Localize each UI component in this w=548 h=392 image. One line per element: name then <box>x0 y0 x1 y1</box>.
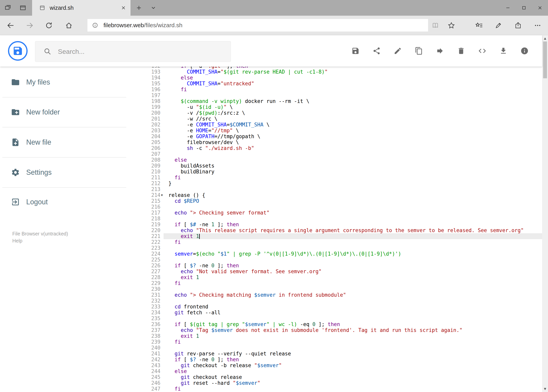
code-line-241[interactable]: 241 git rev-parse --verify --quiet relea… <box>147 351 542 357</box>
switch-editor-button[interactable] <box>472 35 493 67</box>
code-line-207[interactable]: 207 <box>147 151 542 157</box>
sidebar-item-settings[interactable]: Settings <box>0 163 147 182</box>
address-bar[interactable]: filebrowser.web/files/wizard.sh <box>87 19 428 32</box>
home-button[interactable] <box>65 21 73 29</box>
close-window-button[interactable] <box>532 0 548 16</box>
sidebar-item-new-file[interactable]: New file <box>0 133 147 151</box>
code-line-210[interactable]: 210 buildBinary <box>147 169 542 175</box>
move-button[interactable] <box>430 35 451 67</box>
code-line-238[interactable]: 238 exit 1 <box>147 333 542 339</box>
code-line-221[interactable]: 221 exit 1 <box>147 233 542 239</box>
code-line-224[interactable]: 224 semver=$(echo "$1" | grep -P '^v(0|[… <box>147 251 542 257</box>
page-scrollbar[interactable]: ▲ ▼ <box>542 35 548 392</box>
scrollbar-down-arrow-icon[interactable]: ▼ <box>542 386 548 392</box>
scrollbar-thumb[interactable] <box>543 42 547 78</box>
code-line-202[interactable]: 202 -e COMMIT_SHA=$COMMIT_SHA \ <box>147 122 542 128</box>
code-line-216[interactable]: 216 <box>147 204 542 210</box>
share-page-icon[interactable] <box>514 21 522 29</box>
code-line-200[interactable]: 200 -v /$(pwd):/src:z \ <box>147 110 542 116</box>
code-line-204[interactable]: 204 -e GOPATH=//tmp/gopath \ <box>147 133 542 139</box>
code-line-201[interactable]: 201 -w //src \ <box>147 116 542 122</box>
delete-button[interactable] <box>451 35 472 67</box>
hub-favorites-icon[interactable] <box>475 21 483 29</box>
scrollbar-up-arrow-icon[interactable]: ▲ <box>542 35 548 42</box>
code-line-220[interactable]: 220 echo "This release script requires a… <box>147 227 542 233</box>
code-line-193[interactable]: 193 COMMIT_SHA="$(git rev-parse HEAD | c… <box>147 69 542 75</box>
sidebar-item-my-files[interactable]: My files <box>0 73 147 91</box>
tabs-preview-icon[interactable] <box>19 4 27 12</box>
sidebar-item-new-folder[interactable]: New folder <box>0 103 147 121</box>
back-button[interactable] <box>7 21 15 29</box>
more-options-icon[interactable] <box>534 21 542 29</box>
code-line-247[interactable]: 247 fi <box>147 386 542 392</box>
code-line-233[interactable]: 233 cd frontend <box>147 304 542 310</box>
code-line-228[interactable]: 228 exit 1 <box>147 274 542 280</box>
code-line-242[interactable]: 242 if [ $? -ne 0 ]; then <box>147 357 542 363</box>
code-line-243[interactable]: 243 git checkout -b release "$semver" <box>147 363 542 368</box>
share-button[interactable] <box>366 35 387 67</box>
set-tabs-aside-icon[interactable] <box>4 4 12 12</box>
code-line-198[interactable]: 198 $(command -v winpty) docker run --rm… <box>147 98 542 104</box>
code-line-227[interactable]: 227 echo "Not valid semver format. See s… <box>147 268 542 274</box>
copy-button[interactable] <box>408 35 430 67</box>
code-line-219[interactable]: 219 if [ $# -ne 1 ]; then <box>147 222 542 227</box>
code-line-211[interactable]: 211 fi <box>147 175 542 181</box>
code-line-192[interactable]: 192 if [ -d ".git" ]; then <box>147 67 542 69</box>
code-line-226[interactable]: 226 if [ $? -ne 0 ]; then <box>147 263 542 268</box>
code-line-223[interactable]: 223 <box>147 245 542 251</box>
code-line-246[interactable]: 246 git reset --hard "$semver" <box>147 380 542 386</box>
rename-button[interactable] <box>387 35 408 67</box>
code-line-194[interactable]: 194 else <box>147 75 542 81</box>
code-line-208[interactable]: 208 else <box>147 157 542 163</box>
code-line-209[interactable]: 209 buildAssets <box>147 163 542 169</box>
code-line-229[interactable]: 229 fi <box>147 280 542 286</box>
minimize-button[interactable] <box>500 0 516 16</box>
tab-list-chevron-icon[interactable] <box>149 4 158 12</box>
help-link[interactable]: Help <box>12 238 22 244</box>
code-line-231[interactable]: 231 echo "> Checking matching $semver in… <box>147 292 542 298</box>
forward-button[interactable] <box>26 21 34 29</box>
fold-arrow-icon[interactable]: ▾ <box>161 193 163 198</box>
web-notes-pen-icon[interactable] <box>494 21 503 29</box>
code-line-244[interactable]: 244 else <box>147 368 542 374</box>
download-button[interactable] <box>493 35 514 67</box>
code-line-205[interactable]: 205 filebrowser/dev \ <box>147 139 542 145</box>
code-line-197[interactable]: 197 <box>147 92 542 98</box>
code-line-236[interactable]: 236 if [ $(git tag | grep "$semver" | wc… <box>147 321 542 327</box>
info-button[interactable] <box>514 35 535 67</box>
code-line-196[interactable]: 196 fi <box>147 86 542 92</box>
site-info-icon[interactable] <box>92 22 98 28</box>
code-line-218[interactable]: 218 <box>147 216 542 222</box>
refresh-button[interactable] <box>45 21 53 29</box>
code-line-235[interactable]: 235 <box>147 315 542 321</box>
maximize-button[interactable] <box>516 0 532 16</box>
new-tab-button[interactable] <box>135 4 143 12</box>
filebrowser-logo[interactable] <box>8 41 28 61</box>
save-button[interactable] <box>345 35 366 67</box>
code-line-217[interactable]: 217 echo "> Checking semver format" <box>147 210 542 216</box>
code-line-214[interactable]: 214▾release () { <box>147 192 542 198</box>
code-line-203[interactable]: 203 -e HOME="//tmp" \ <box>147 128 542 133</box>
code-line-240[interactable]: 240 <box>147 345 542 351</box>
code-line-213[interactable]: 213 <box>147 186 542 192</box>
sidebar-item-logout[interactable]: Logout <box>0 193 147 211</box>
code-line-239[interactable]: 239 fi <box>147 339 542 345</box>
browser-tab-wizard-sh[interactable]: wizard.sh <box>32 0 131 16</box>
favorite-star-icon[interactable] <box>447 21 456 29</box>
code-line-234[interactable]: 234 git fetch --all <box>147 310 542 315</box>
code-line-230[interactable]: 230 <box>147 286 542 292</box>
code-line-225[interactable]: 225 <box>147 257 542 263</box>
code-line-232[interactable]: 232 <box>147 298 542 304</box>
code-line-212[interactable]: 212} <box>147 181 542 186</box>
code-line-237[interactable]: 237 echo "Tag $semver does not exist in … <box>147 327 542 333</box>
code-line-245[interactable]: 245 git checkout release <box>147 374 542 380</box>
code-line-199[interactable]: 199 -u "$(id -u)" \ <box>147 104 542 110</box>
search-box[interactable] <box>35 41 231 62</box>
tab-close-icon[interactable] <box>119 4 128 12</box>
code-line-195[interactable]: 195 COMMIT_SHA="untracked" <box>147 81 542 86</box>
search-input[interactable] <box>57 48 215 56</box>
reading-view-icon[interactable] <box>431 21 439 29</box>
code-editor[interactable]: 192 if [ -d ".git" ]; then193 COMMIT_SHA… <box>147 67 542 392</box>
code-line-206[interactable]: 206 sh -c "./wizard.sh -b" <box>147 145 542 151</box>
code-line-222[interactable]: 222 fi <box>147 239 542 245</box>
